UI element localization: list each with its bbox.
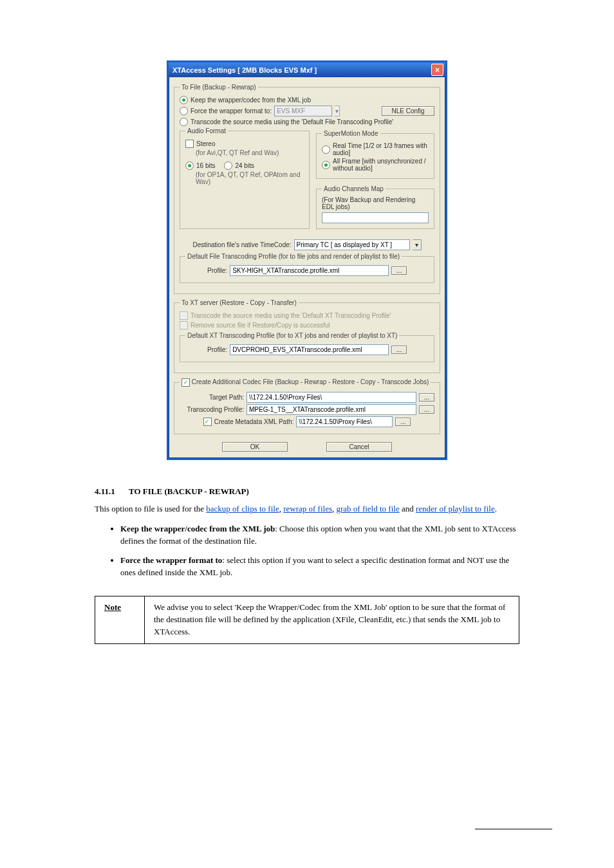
realtime-radio[interactable] [322,145,330,154]
force-wrapper-radio[interactable] [180,107,188,115]
browse-button[interactable]: ... [419,393,434,402]
transcode-xt-checkbox[interactable] [180,311,188,320]
browse-button[interactable]: ... [391,266,407,275]
audio-channels-map-input[interactable] [322,212,429,223]
ok-button[interactable]: OK [222,442,288,452]
link-backup[interactable]: backup of clips to file [206,504,279,513]
section-number: 4.11.1 [95,486,127,498]
browse-button[interactable]: ... [395,418,411,426]
link-render[interactable]: render of playlist to file [416,504,495,513]
note-label: Note [104,602,121,612]
to-xt-group: To XT server (Restore - Copy - Transfer)… [174,299,440,373]
audio-channels-legend: Audio Channels Map [322,185,386,192]
stereo-checkbox[interactable] [185,140,194,148]
additional-codec-legend: Create Additional Codec File (Backup - R… [180,378,431,387]
dest-tc-select[interactable] [294,239,410,250]
link-rewrap[interactable]: rewrap of files [283,504,332,513]
remove-source-label: Remove source file if Restore/Copy is su… [191,322,330,329]
chevron-down-icon[interactable]: ▾ [335,106,340,116]
bits24-radio[interactable] [224,162,232,170]
note-text: We advise you to select 'Keep the Wrappe… [145,596,519,644]
cancel-button[interactable]: Cancel [326,442,392,452]
audio-format-group: Audio Format Stereo (for Avi,QT, QT Ref … [180,127,310,229]
titlebar: XTAccess Settings [ 2MB Blocks EVS Mxf ]… [169,62,445,77]
default-file-profile-group: Default File Transcoding Profile (for to… [180,253,434,283]
note-box: Note We advise you to select 'Keep the W… [95,596,519,644]
bits16-label: 16 bits [196,162,215,169]
xt-profile-label: Profile: [207,346,227,353]
link-grab[interactable]: grab of field to file [336,504,399,513]
default-xt-profile-group: Default XT Transcoding Profile (for to X… [180,332,434,362]
supermotion-group: SuperMotion Mode Real Time [1/2 or 1/3 f… [316,130,434,179]
transcode-default-radio[interactable] [180,118,188,126]
audio-channels-map-group: Audio Channels Map (For Wav Backup and R… [316,185,434,229]
transcode-xt-label: Transcode the source media using the 'De… [191,312,391,319]
create-metadata-checkbox[interactable] [203,418,212,426]
force-wrapper-select[interactable] [274,106,332,116]
remove-source-checkbox[interactable] [180,321,188,329]
dialog-window: XTAccess Settings [ 2MB Blocks EVS Mxf ]… [167,60,447,460]
supermotion-legend: SuperMotion Mode [322,130,380,137]
bullet-keep: Keep the wrapper/codec from the XML job:… [120,523,519,548]
file-profile-label: Profile: [207,267,227,274]
audio-channels-sub: (For Wav Backup and Rendering EDL jobs) [322,196,429,210]
section-intro: This option to file is used for the back… [95,503,519,515]
browse-button[interactable]: ... [391,346,407,354]
create-additional-checkbox[interactable] [181,378,190,387]
transcoding-profile-input[interactable] [247,404,416,415]
bullet-force: Force the wrapper format to: select this… [120,555,519,579]
create-metadata-label: Create Metadata XML Path: [214,418,294,425]
to-file-group: To File (Backup - Rewrap) Keep the wrapp… [174,84,440,294]
bits16-radio[interactable] [185,162,194,170]
to-file-legend: To File (Backup - Rewrap) [180,84,258,91]
force-wrapper-label: Force the wrapper format to: [191,107,272,115]
to-xt-legend: To XT server (Restore - Copy - Transfer) [180,299,299,306]
browse-button[interactable]: ... [419,405,434,414]
close-icon[interactable]: × [431,64,443,76]
target-path-input[interactable] [247,392,416,403]
audio-format-legend: Audio Format [185,127,228,134]
stereo-sub: (for Avi,QT, QT Ref and Wav) [196,149,304,156]
xt-profile-input[interactable] [230,344,389,355]
create-additional-label: Create Additional Codec File (Backup - R… [192,378,429,385]
keep-wrapper-label: Keep the wrapper/codec from the XML job [191,97,311,104]
metadata-path-input[interactable] [296,416,393,427]
chevron-down-icon[interactable]: ▾ [413,239,422,250]
footer-rule [475,829,552,829]
target-path-label: Target Path: [180,394,244,401]
default-xt-profile-legend: Default XT Transcoding Profile (for to X… [185,332,399,339]
document-body: 4.11.1 TO FILE (BACKUP - REWRAP) This op… [95,486,519,644]
section-heading: 4.11.1 TO FILE (BACKUP - REWRAP) [95,486,519,498]
dest-tc-label: Destination file's native TimeCode: [192,241,291,248]
default-file-profile-legend: Default File Transcoding Profile (for to… [185,253,402,260]
section-title: TO FILE (BACKUP - REWRAP) [129,486,249,496]
transcode-default-label: Transcode the source media using the 'De… [191,118,393,125]
bits24-label: 24 bits [235,162,254,169]
file-profile-input[interactable] [230,265,389,276]
allframe-radio[interactable] [322,161,330,169]
keep-wrapper-radio[interactable] [180,96,188,104]
allframe-label: All Frame [with unsynchronized / without… [333,158,429,172]
nle-config-button[interactable]: NLE Config [382,106,434,116]
settings-dialog-screenshot: XTAccess Settings [ 2MB Blocks EVS Mxf ]… [167,60,447,460]
window-title: XTAccess Settings [ 2MB Blocks EVS Mxf ] [172,66,317,74]
additional-codec-group: Create Additional Codec File (Backup - R… [174,378,440,434]
transcoding-profile-label: Transcoding Profile: [180,406,244,413]
bits-sub: (for OP1A, QT, QT Ref, OPAtom and Wav) [196,171,304,185]
realtime-label: Real Time [1/2 or 1/3 frames with audio] [333,142,429,156]
stereo-label: Stereo [196,140,215,147]
